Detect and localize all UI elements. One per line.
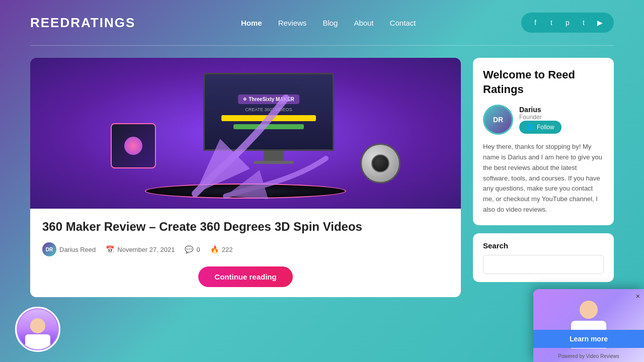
close-icon[interactable]: × bbox=[636, 292, 640, 300]
header: ReedRatings Home Reviews Blog About Cont… bbox=[0, 0, 644, 45]
monitor-graphic: ⚙ ThreeSixty MAKER CREATE 360° VIDEOS bbox=[203, 73, 344, 163]
author-avatar: DR bbox=[483, 105, 513, 135]
welcome-card: Welcome to Reed Ratings DR Darius Founde… bbox=[473, 58, 614, 225]
floating-avatar-body bbox=[25, 334, 50, 349]
yellow-button-graphic bbox=[221, 115, 315, 121]
continue-reading-button[interactable]: Continue reading bbox=[198, 266, 292, 287]
product-box-visual bbox=[111, 123, 156, 168]
follow-button[interactable]: 🌐 Follow bbox=[519, 121, 561, 134]
article-card: ⚙ ThreeSixty MAKER CREATE 360° VIDEOS bbox=[30, 58, 461, 297]
product-box-circle bbox=[124, 137, 142, 155]
follow-label: Follow bbox=[537, 124, 554, 131]
navigation: Home Reviews Blog About Contact bbox=[241, 19, 416, 27]
main-content: ⚙ ThreeSixty MAKER CREATE 360° VIDEOS bbox=[0, 46, 644, 309]
floating-avatar-head bbox=[30, 318, 45, 333]
camera-graphic bbox=[360, 143, 400, 184]
social-bar: f t p t ▶ bbox=[521, 13, 614, 33]
comment-icon: 💬 bbox=[185, 245, 193, 253]
monitor-screen: ⚙ ThreeSixty MAKER CREATE 360° VIDEOS bbox=[203, 73, 334, 151]
author-bio: Hey there, thanks for stopping by! My na… bbox=[483, 142, 604, 215]
search-input[interactable] bbox=[483, 255, 604, 274]
meta-comments: 💬 0 bbox=[185, 245, 200, 253]
author-role: Founder bbox=[519, 114, 561, 121]
author-info: Darius Founder 🌐 Follow bbox=[519, 106, 561, 134]
meta-author: DR Darius Reed bbox=[42, 242, 96, 256]
logo: ReedRatings bbox=[30, 15, 135, 31]
display-platform bbox=[145, 184, 346, 199]
person-head bbox=[580, 301, 598, 319]
avatar-initials: DR bbox=[493, 116, 503, 124]
monitor-stand bbox=[264, 151, 284, 161]
powered-by-text: Powered by Video Reviews bbox=[533, 353, 644, 359]
nav-about[interactable]: About bbox=[354, 19, 373, 27]
learn-more-button[interactable]: Learn more bbox=[533, 330, 644, 348]
search-card: Search bbox=[473, 233, 614, 282]
article-image: ⚙ ThreeSixty MAKER CREATE 360° VIDEOS bbox=[30, 58, 461, 209]
meta-date: 📅 November 27, 2021 bbox=[106, 245, 175, 253]
search-label: Search bbox=[483, 241, 604, 250]
welcome-title: Welcome to Reed Ratings bbox=[483, 68, 604, 97]
monitor-base bbox=[254, 161, 294, 164]
author-avatar-small: DR bbox=[42, 242, 56, 256]
sidebar: Welcome to Reed Ratings DR Darius Founde… bbox=[473, 58, 614, 297]
facebook-icon[interactable]: f bbox=[529, 17, 541, 29]
floating-avatar bbox=[15, 307, 60, 352]
nav-reviews[interactable]: Reviews bbox=[278, 19, 307, 27]
comment-count: 0 bbox=[196, 246, 200, 253]
article-body: 360 Maker Review – Create 360 Degrees 3D… bbox=[30, 209, 461, 287]
camera-body bbox=[360, 143, 400, 184]
view-count: 222 bbox=[222, 246, 233, 253]
screen-content: ⚙ ThreeSixty MAKER CREATE 360° VIDEOS bbox=[205, 74, 333, 149]
floating-avatar-inner bbox=[18, 309, 58, 349]
product-box-graphic bbox=[111, 123, 156, 178]
author-display-name: Darius bbox=[519, 106, 561, 114]
twitter-icon[interactable]: t bbox=[545, 17, 557, 29]
youtube-icon[interactable]: ▶ bbox=[594, 17, 606, 29]
nav-contact[interactable]: Contact bbox=[390, 19, 416, 27]
video-overlay: × Learn more Powered by Video Reviews bbox=[533, 289, 644, 362]
green-button-graphic bbox=[233, 124, 304, 129]
fire-icon: 🔥 bbox=[210, 245, 219, 253]
tumblr-icon[interactable]: t bbox=[578, 17, 590, 29]
author-name: Darius Reed bbox=[59, 246, 96, 253]
nav-blog[interactable]: Blog bbox=[323, 19, 338, 27]
meta-views: 🔥 222 bbox=[210, 245, 233, 253]
camera-lens bbox=[371, 154, 389, 172]
nav-home[interactable]: Home bbox=[241, 19, 262, 27]
article-meta: DR Darius Reed 📅 November 27, 2021 💬 0 🔥… bbox=[42, 242, 449, 256]
globe-icon: 🌐 bbox=[526, 124, 534, 131]
pinterest-icon[interactable]: p bbox=[561, 17, 574, 29]
article-title: 360 Maker Review – Create 360 Degrees 3D… bbox=[42, 219, 449, 234]
calendar-icon: 📅 bbox=[106, 245, 114, 253]
author-row: DR Darius Founder 🌐 Follow bbox=[483, 105, 604, 135]
threesixty-badge: ⚙ ThreeSixty MAKER bbox=[238, 95, 299, 104]
video-person bbox=[533, 289, 644, 362]
article-date: November 27, 2021 bbox=[117, 246, 175, 253]
